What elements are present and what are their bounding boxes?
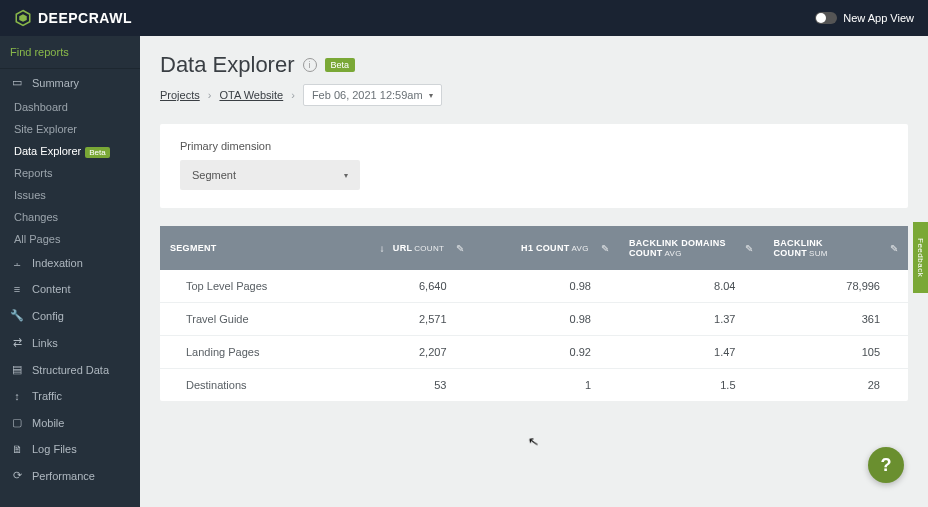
section-label: Links [32,337,58,349]
table-cell: Destinations [160,369,330,401]
sidebar-section-structured-data[interactable]: ▤Structured Data [0,356,140,383]
sidebar-item-issues[interactable]: Issues [0,184,140,206]
data-table: SEGMENT ↓ URLCOUNT ✎ H1 COUNTAVG ✎ BACKL… [160,226,908,401]
table-cell: 2,207 [330,336,475,368]
section-label: Config [32,310,64,322]
th-h1[interactable]: H1 COUNTAVG ✎ [475,226,620,270]
table-cell: 0.92 [475,336,620,368]
links-icon: ⇄ [10,336,24,349]
th-segment[interactable]: SEGMENT [160,226,330,270]
table-cell: 1.5 [619,369,764,401]
new-app-view-toggle[interactable]: New App View [815,12,914,24]
th-segment-label: SEGMENT [170,243,217,253]
section-label: Log Files [32,443,77,455]
th-bd-sub: AVG [665,249,682,258]
dimension-panel: Primary dimension Segment ▾ [160,124,908,208]
section-label: Performance [32,470,95,482]
table-cell: 105 [764,336,909,368]
top-bar: DEEPCRAWL New App View [0,0,928,36]
table-cell: 0.98 [475,303,620,335]
table-row[interactable]: Top Level Pages6,6400.988.0478,996 [160,270,908,303]
table-cell: 2,571 [330,303,475,335]
mobile-icon: ▢ [10,416,24,429]
date-selector[interactable]: Feb 06, 2021 12:59am ▾ [303,84,442,106]
section-label: Structured Data [32,364,109,376]
sidebar-item-dashboard[interactable]: Dashboard [0,96,140,118]
logo-hex-icon [14,9,32,27]
th-backlink-count[interactable]: BACKLINK COUNTSUM ✎ [764,226,909,270]
sidebar-search[interactable]: ⌕ ☰ [0,36,140,69]
th-url-main: URL [393,243,412,253]
toggle-icon [815,12,837,24]
pencil-icon[interactable]: ✎ [601,243,609,254]
pencil-icon[interactable]: ✎ [745,243,753,254]
th-url-sub: COUNT [414,244,444,253]
table-cell: 78,996 [764,270,909,302]
content-icon: ≡ [10,283,24,295]
sidebar-section-links[interactable]: ⇄Links [0,329,140,356]
pencil-icon[interactable]: ✎ [890,243,898,254]
log-files-icon: 🗎 [10,443,24,455]
page-header: Data Explorer i Beta [160,52,908,78]
section-label: Traffic [32,390,62,402]
performance-icon: ⟳ [10,469,24,482]
section-label: Content [32,283,71,295]
page-title: Data Explorer [160,52,295,78]
info-icon[interactable]: i [303,58,317,72]
table-header: SEGMENT ↓ URLCOUNT ✎ H1 COUNTAVG ✎ BACKL… [160,226,908,270]
sidebar-section-mobile[interactable]: ▢Mobile [0,409,140,436]
sidebar-item-data-explorer[interactable]: Data ExplorerBeta [0,140,140,162]
table-cell: 361 [764,303,909,335]
th-h1-main: H1 COUNT [521,243,569,253]
primary-dimension-label: Primary dimension [180,140,888,152]
pencil-icon[interactable]: ✎ [456,243,464,254]
sidebar-section-indexation[interactable]: ⫠Indexation [0,250,140,276]
sidebar-section-content[interactable]: ≡Content [0,276,140,302]
table-row[interactable]: Landing Pages2,2070.921.47105 [160,336,908,369]
table-cell: Travel Guide [160,303,330,335]
th-backlink-domains[interactable]: BACKLINK DOMAINS COUNTAVG ✎ [619,226,764,270]
feedback-tab[interactable]: Feedback [913,222,928,293]
traffic-icon: ↕ [10,390,24,402]
caret-down-icon: ▾ [429,91,433,100]
summary-icon: ▭ [10,76,24,89]
chevron-right-icon: › [291,89,295,101]
sort-desc-icon: ↓ [380,243,385,254]
brand-text: DEEPCRAWL [38,10,132,26]
table-row[interactable]: Travel Guide2,5710.981.37361 [160,303,908,336]
th-url[interactable]: ↓ URLCOUNT ✎ [330,226,475,270]
table-cell: 1.47 [619,336,764,368]
section-label: Mobile [32,417,64,429]
breadcrumb-projects[interactable]: Projects [160,89,200,101]
indexation-icon: ⫠ [10,257,24,269]
dimension-select[interactable]: Segment ▾ [180,160,360,190]
table-row[interactable]: Destinations5311.528 [160,369,908,401]
search-input[interactable] [10,46,140,58]
help-fab[interactable]: ? [868,447,904,483]
sidebar-item-site-explorer[interactable]: Site Explorer [0,118,140,140]
table-cell: Top Level Pages [160,270,330,302]
th-bc-sub: SUM [809,249,828,258]
main-content: Data Explorer i Beta Projects › OTA Webs… [140,36,928,507]
sidebar-section-config[interactable]: 🔧Config [0,302,140,329]
brand-logo[interactable]: DEEPCRAWL [14,9,132,27]
breadcrumb-site[interactable]: OTA Website [219,89,283,101]
sidebar-item-all-pages[interactable]: All Pages [0,228,140,250]
sidebar-section-summary[interactable]: ▭ Summary [0,69,140,96]
breadcrumb: Projects › OTA Website › Feb 06, 2021 12… [160,84,908,106]
summary-label: Summary [32,77,79,89]
new-app-view-label: New App View [843,12,914,24]
th-h1-sub: AVG [571,244,588,253]
sidebar-item-changes[interactable]: Changes [0,206,140,228]
sidebar: ⌕ ☰ ▭ Summary DashboardSite ExplorerData… [0,36,140,507]
structured-data-icon: ▤ [10,363,24,376]
sidebar-section-traffic[interactable]: ↕Traffic [0,383,140,409]
sidebar-section-log-files[interactable]: 🗎Log Files [0,436,140,462]
table-cell: 1.37 [619,303,764,335]
table-cell: 53 [330,369,475,401]
beta-badge: Beta [325,58,356,72]
table-cell: 1 [475,369,620,401]
sidebar-section-performance[interactable]: ⟳Performance [0,462,140,489]
config-icon: 🔧 [10,309,24,322]
sidebar-item-reports[interactable]: Reports [0,162,140,184]
